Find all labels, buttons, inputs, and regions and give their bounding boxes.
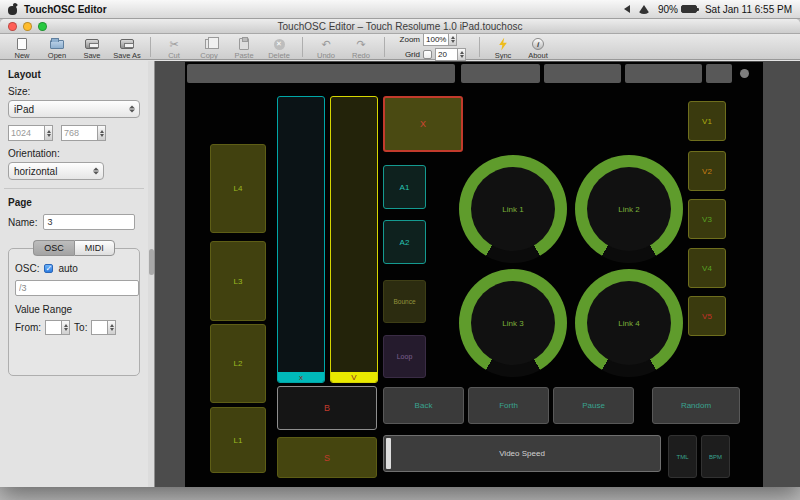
info-icon: i xyxy=(532,38,544,50)
fader-v-level: V xyxy=(331,372,377,382)
delete-button[interactable]: ✕ Delete xyxy=(263,34,295,59)
video-speed-fader[interactable]: Video Speed xyxy=(383,435,661,472)
grid-checkbox[interactable] xyxy=(423,50,432,59)
orientation-label: Orientation: xyxy=(8,148,140,159)
paste-button[interactable]: Paste xyxy=(228,34,260,59)
height-stepper[interactable]: 768 xyxy=(61,125,106,141)
orientation-select[interactable]: horizontal xyxy=(8,162,104,180)
sidebar-divider xyxy=(4,188,144,189)
to-label: To: xyxy=(74,322,87,333)
control-button-b[interactable]: B xyxy=(277,386,377,430)
app-window: TouchOSC Editor – Touch Resolume 1.0 iPa… xyxy=(0,19,800,487)
wifi-icon[interactable] xyxy=(638,5,650,14)
control-button-v3[interactable]: V3 xyxy=(688,199,726,239)
transport-forth-button[interactable]: Forth xyxy=(468,387,549,424)
control-button-l3[interactable]: L3 xyxy=(210,241,266,321)
control-button-v4[interactable]: V4 xyxy=(688,248,726,288)
control-button-a1[interactable]: A1 xyxy=(383,165,426,209)
volume-icon[interactable] xyxy=(624,5,630,13)
grid-stepper[interactable]: 20 xyxy=(435,48,466,61)
control-button-bpm[interactable]: BPM xyxy=(701,435,730,478)
transport-random-button[interactable]: Random xyxy=(652,387,740,424)
cut-button[interactable]: ✂ Cut xyxy=(158,34,190,59)
title-bar[interactable]: TouchOSC Editor – Touch Resolume 1.0 iPa… xyxy=(0,19,800,34)
control-button-bounce[interactable]: Bounce xyxy=(383,280,426,323)
undo-arrow-icon: ↶ xyxy=(321,38,330,51)
select-arrows-icon xyxy=(93,168,99,175)
rotary-knob-link4[interactable]: Link 4 xyxy=(575,269,683,377)
control-button-v5[interactable]: V5 xyxy=(688,296,726,336)
page-tab[interactable] xyxy=(461,64,540,83)
about-button[interactable]: i About xyxy=(522,34,554,59)
toolbar-separator xyxy=(384,37,385,57)
control-button-l4[interactable]: L4 xyxy=(210,144,266,233)
from-label: From: xyxy=(15,322,41,333)
control-button-tml[interactable]: TML xyxy=(668,435,697,478)
new-document-icon xyxy=(17,38,27,50)
tab-osc[interactable]: OSC xyxy=(33,240,74,256)
osc-label: OSC: xyxy=(15,263,39,274)
osc-auto-checkbox[interactable] xyxy=(44,264,53,273)
control-button-a2[interactable]: A2 xyxy=(383,220,426,264)
osc-settings-panel: OSC: auto Value Range From: To: xyxy=(8,248,140,376)
size-label: Size: xyxy=(8,86,140,97)
transport-back-button[interactable]: Back xyxy=(383,387,464,424)
menu-bar: TouchOSC Editor 90% Sat Jan 11 6:55 PM xyxy=(0,0,800,19)
page-tab[interactable] xyxy=(544,64,621,83)
zoom-window-button[interactable] xyxy=(38,22,47,31)
layout-canvas[interactable]: L4 L3 L2 L1 x V X A1 A2 Bounce Loop Link… xyxy=(185,62,763,487)
page-tab[interactable] xyxy=(187,64,455,83)
rotary-knob-link2[interactable]: Link 2 xyxy=(575,155,683,263)
fader-handle[interactable] xyxy=(386,438,391,469)
undo-button[interactable]: ↶ Undo xyxy=(310,34,342,59)
delete-icon: ✕ xyxy=(274,39,285,50)
control-button-s[interactable]: S xyxy=(277,437,377,478)
page-name-input[interactable] xyxy=(43,214,135,230)
toolbar-separator xyxy=(302,37,303,57)
from-stepper[interactable] xyxy=(45,320,70,335)
minimize-button[interactable] xyxy=(23,22,32,31)
transport-pause-button[interactable]: Pause xyxy=(553,387,634,424)
page-tab[interactable] xyxy=(625,64,702,83)
control-button-loop[interactable]: Loop xyxy=(383,335,426,378)
to-stepper[interactable] xyxy=(91,320,116,335)
control-button-v2[interactable]: V2 xyxy=(688,151,726,191)
lightning-bolt-icon xyxy=(498,38,509,51)
redo-arrow-icon: ↷ xyxy=(356,38,365,51)
redo-button[interactable]: ↷ Redo xyxy=(345,34,377,59)
value-range-label: Value Range xyxy=(15,304,133,315)
menu-clock[interactable]: Sat Jan 11 6:55 PM xyxy=(705,4,792,15)
copy-button[interactable]: Copy xyxy=(193,34,225,59)
page-indicator-dot[interactable] xyxy=(740,69,749,78)
size-select[interactable]: iPad xyxy=(8,100,140,118)
control-button-l2[interactable]: L2 xyxy=(210,324,266,403)
rotary-knob-link3[interactable]: Link 3 xyxy=(459,269,567,377)
tab-midi[interactable]: MIDI xyxy=(74,240,115,256)
control-button-v1[interactable]: V1 xyxy=(688,101,726,141)
width-stepper[interactable]: 1024 xyxy=(8,125,53,141)
zoom-stepper[interactable]: 100% xyxy=(423,33,457,46)
save-as-button[interactable]: Save As xyxy=(111,34,143,59)
control-button-x[interactable]: X xyxy=(383,96,463,152)
zoom-grid-group: Zoom 100% Grid 20 xyxy=(398,33,466,61)
save-button[interactable]: Save xyxy=(76,34,108,59)
apple-menu-icon[interactable] xyxy=(8,4,17,15)
close-button[interactable] xyxy=(8,22,17,31)
clipboard-icon xyxy=(239,38,249,50)
scrollbar-thumb[interactable] xyxy=(149,249,154,275)
control-button-l1[interactable]: L1 xyxy=(210,407,266,473)
page-tab[interactable] xyxy=(706,64,732,83)
fader-v[interactable]: V xyxy=(330,96,378,383)
protocol-tabs: OSC MIDI xyxy=(8,240,140,256)
sidebar-scrollbar[interactable] xyxy=(148,61,155,487)
toolbar-separator xyxy=(150,37,151,57)
battery-status[interactable]: 90% xyxy=(658,4,697,15)
fader-x[interactable]: x xyxy=(277,96,325,383)
menu-app-name[interactable]: TouchOSC Editor xyxy=(24,4,107,15)
editor-area: L4 L3 L2 L1 x V X A1 A2 Bounce Loop Link… xyxy=(155,61,800,487)
sync-button[interactable]: Sync xyxy=(487,34,519,59)
rotary-knob-link1[interactable]: Link 1 xyxy=(459,155,567,263)
osc-address-input[interactable] xyxy=(15,280,139,296)
new-button[interactable]: New xyxy=(6,34,38,59)
open-button[interactable]: Open xyxy=(41,34,73,59)
